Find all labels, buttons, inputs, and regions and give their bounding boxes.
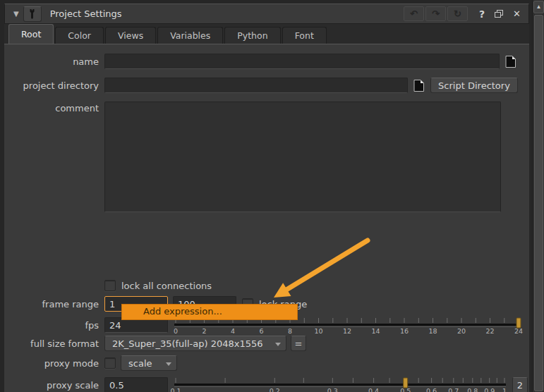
file-icon <box>413 79 425 92</box>
vertical-scrollbar[interactable]: ▲ <box>532 0 544 392</box>
svg-text:2: 2 <box>202 327 206 335</box>
svg-text:18: 18 <box>428 327 437 335</box>
full-size-format-dropdown[interactable]: 2K_Super_35(full-ap) 2048x1556 <box>104 336 286 351</box>
svg-text:8: 8 <box>288 327 292 335</box>
format-equals-button[interactable]: = <box>291 336 306 351</box>
lock-all-connections-label: lock all connections <box>121 281 212 291</box>
proxy-mode-row: proxy mode scale <box>4 355 524 371</box>
titlebar: ▼ Project Settings ↶ ↷ ↻ ? ✕ <box>4 4 529 24</box>
name-input[interactable] <box>104 54 500 69</box>
name-label: name <box>4 56 99 67</box>
window-title: Project Settings <box>50 8 122 19</box>
svg-text:0.3: 0.3 <box>327 387 338 392</box>
proxy-mode-value: scale <box>128 358 152 369</box>
svg-text:10: 10 <box>314 327 322 335</box>
name-row: name <box>4 54 524 69</box>
context-menu: Add expression... <box>121 304 298 320</box>
comment-textarea[interactable] <box>104 102 501 212</box>
comment-label: comment <box>4 103 99 114</box>
svg-text:0.2: 0.2 <box>270 387 280 392</box>
undo-icon[interactable]: ↶ <box>404 6 424 21</box>
context-menu-item[interactable]: Add expression... <box>122 305 297 319</box>
scrollbar-thumb[interactable] <box>534 15 543 391</box>
wrench-icon <box>28 8 37 20</box>
svg-text:1: 1 <box>502 387 507 392</box>
svg-text:0.1: 0.1 <box>170 387 181 392</box>
file-browse-button[interactable] <box>504 55 516 68</box>
lock-all-connections-checkbox[interactable] <box>104 280 116 291</box>
tab-variables[interactable]: Variables <box>157 27 223 44</box>
svg-text:4: 4 <box>231 327 235 335</box>
redo-icon[interactable]: ↷ <box>425 6 446 21</box>
svg-text:22: 22 <box>485 327 494 335</box>
frame-range-label: frame range <box>4 299 99 310</box>
svg-text:24: 24 <box>514 327 523 335</box>
revert-icon[interactable]: ↻ <box>447 6 468 21</box>
help-icon[interactable]: ? <box>479 8 485 20</box>
full-size-format-label: full size format <box>4 338 99 349</box>
proxy-scale-input[interactable] <box>104 377 168 392</box>
script-directory-button[interactable]: Script Directory <box>430 78 518 93</box>
full-size-format-value: 2K_Super_35(full-ap) 2048x1556 <box>112 338 263 349</box>
proxy-mode-dropdown[interactable]: scale <box>121 355 177 371</box>
fps-label: fps <box>4 320 99 331</box>
tab-python[interactable]: Python <box>224 27 280 44</box>
tab-font[interactable]: Font <box>282 27 327 44</box>
svg-text:0.7: 0.7 <box>448 387 459 392</box>
svg-text:20: 20 <box>457 327 466 335</box>
float-window-icon[interactable] <box>495 10 504 18</box>
scroll-up-icon[interactable]: ▲ <box>533 1 544 13</box>
close-icon[interactable]: ✕ <box>513 8 521 19</box>
wrench-icon-button[interactable] <box>23 6 42 22</box>
collapse-triangle-icon[interactable]: ▼ <box>13 10 19 18</box>
proxy-scale-label: proxy scale <box>4 380 99 391</box>
svg-text:0.6: 0.6 <box>426 387 437 392</box>
proxy-scale-slider[interactable]: 0.10.20.30.40.50.60.70.80.91 <box>173 376 509 392</box>
proxy-mode-label: proxy mode <box>4 358 99 369</box>
project-directory-input[interactable] <box>104 78 408 93</box>
tab-views[interactable]: Views <box>105 27 156 44</box>
settings-panel: name project directory Script Directory <box>4 44 529 392</box>
file-icon <box>504 55 516 68</box>
svg-text:0: 0 <box>174 327 178 335</box>
svg-text:0.4: 0.4 <box>368 387 379 392</box>
svg-text:0.8: 0.8 <box>467 387 478 392</box>
proxy-scale-max-button[interactable]: 2 <box>512 377 528 392</box>
proxy-mode-checkbox[interactable] <box>104 357 116 369</box>
tab-bar: RootColorViewsVariablesPythonFont <box>4 24 529 44</box>
svg-text:6: 6 <box>259 327 263 335</box>
svg-text:0.9: 0.9 <box>484 387 495 392</box>
directory-browse-button[interactable] <box>413 79 425 92</box>
proxy-scale-row: proxy scale 0.10.20.30.40.50.60.70.80.91… <box>4 376 524 392</box>
full-size-format-row: full size format 2K_Super_35(full-ap) 20… <box>4 336 524 351</box>
project-directory-row: project directory Script Directory <box>4 78 524 93</box>
project-directory-label: project directory <box>4 80 99 91</box>
comment-row: comment <box>4 102 524 212</box>
svg-text:14: 14 <box>371 327 380 335</box>
tab-color[interactable]: Color <box>55 27 104 44</box>
tab-root[interactable]: Root <box>8 24 54 44</box>
lock-all-connections-row: lock all connections <box>4 280 524 291</box>
svg-text:16: 16 <box>400 327 409 335</box>
svg-text:12: 12 <box>343 327 351 335</box>
